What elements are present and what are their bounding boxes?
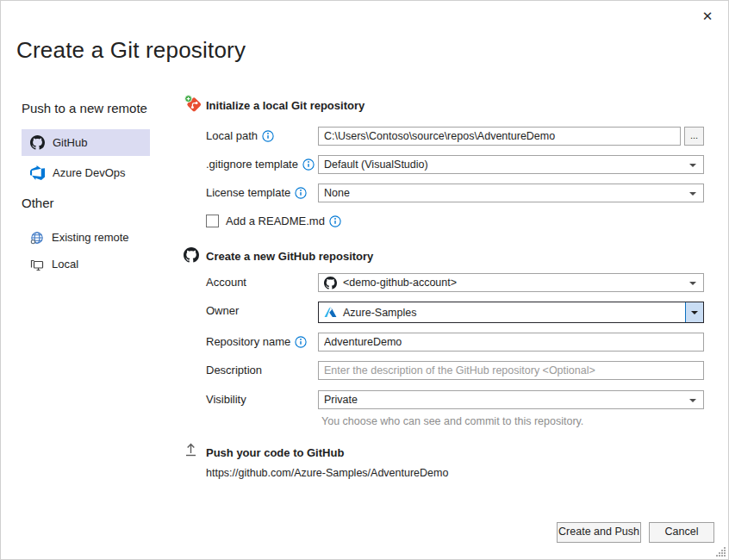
account-value: <demo-github-account> <box>343 277 457 289</box>
owner-dropdown[interactable]: Azure-Samples <box>318 302 704 323</box>
sidebar-item-label: Azure DevOps <box>53 166 126 179</box>
visibility-help-text: You choose who can see and commit to thi… <box>321 415 583 427</box>
account-dropdown[interactable]: <demo-github-account> <box>318 273 704 292</box>
owner-row: Owner Azure-Samples <box>206 302 704 323</box>
sidebar-item-label: Existing remote <box>52 231 129 244</box>
info-icon[interactable] <box>329 215 341 227</box>
repository-name-input[interactable] <box>318 333 704 352</box>
azure-devops-icon <box>30 165 45 180</box>
sidebar-item-label: GitHub <box>53 136 87 149</box>
owner-dropdown-button[interactable] <box>685 302 703 322</box>
git-init-icon <box>184 95 202 113</box>
sidebar-item-azure-devops[interactable]: Azure DevOps <box>22 160 150 185</box>
chevron-down-icon <box>689 192 696 196</box>
repository-name-label: Repository name <box>206 333 290 352</box>
create-and-push-button[interactable]: Create and Push <box>557 522 641 543</box>
sidebar-item-label: Local <box>52 258 78 271</box>
local-path-row: Local path ... <box>206 127 704 146</box>
push-upload-icon <box>184 442 198 457</box>
gitignore-template-dropdown[interactable]: Default (VisualStudio) <box>318 155 704 174</box>
sidebar-item-local[interactable]: Local <box>22 252 150 276</box>
visibility-row: Visibility Private <box>206 390 704 409</box>
account-row: Account <demo-github-account> <box>206 273 704 292</box>
globe-remote-icon <box>30 231 44 245</box>
repository-url: https://github.com/Azure-Samples/Adventu… <box>206 467 448 479</box>
cancel-button[interactable]: Cancel <box>649 522 714 543</box>
owner-value: Azure-Samples <box>343 307 416 319</box>
gitignore-template-value: Default (VisualStudio) <box>324 159 428 171</box>
info-icon[interactable] <box>262 130 274 142</box>
azure-icon <box>324 306 337 319</box>
section-heading-push: Push your code to GitHub <box>206 446 344 459</box>
local-path-input[interactable] <box>318 127 681 146</box>
github-icon <box>30 135 45 150</box>
sidebar-heading-push: Push to a new remote <box>22 101 147 115</box>
github-icon <box>184 247 199 263</box>
owner-label: Owner <box>206 302 239 320</box>
visibility-value: Private <box>324 394 358 406</box>
browse-button[interactable]: ... <box>684 127 704 146</box>
github-icon <box>324 277 337 289</box>
info-icon[interactable] <box>295 336 307 348</box>
section-heading-initialize: Initialize a local Git repository <box>206 99 364 112</box>
visibility-dropdown[interactable]: Private <box>318 390 704 409</box>
gitignore-label: .gitignore template <box>206 155 298 174</box>
page-title: Create a Git repository <box>16 37 246 64</box>
info-icon[interactable] <box>295 187 307 199</box>
description-label: Description <box>206 361 262 380</box>
chevron-down-icon <box>691 311 698 314</box>
sidebar-item-github[interactable]: GitHub <box>22 129 150 156</box>
sidebar-item-existing-remote[interactable]: Existing remote <box>22 226 150 249</box>
create-git-repository-dialog: ✕ Create a Git repository Push to a new … <box>0 0 729 560</box>
license-row: License template None <box>206 184 704 202</box>
license-template-value: None <box>324 187 350 199</box>
readme-checkbox[interactable] <box>206 215 219 227</box>
monitor-icon <box>30 258 44 271</box>
description-row: Description <box>206 361 704 380</box>
license-label: License template <box>206 184 290 202</box>
section-heading-github: Create a new GitHub repository <box>206 250 373 263</box>
readme-label: Add a README.md <box>226 212 325 231</box>
sidebar-heading-other: Other <box>22 196 54 210</box>
license-template-dropdown[interactable]: None <box>318 184 704 202</box>
info-icon[interactable] <box>302 159 315 171</box>
repository-name-row: Repository name <box>206 333 704 352</box>
close-icon[interactable]: ✕ <box>699 8 716 25</box>
account-label: Account <box>206 273 246 292</box>
chevron-down-icon <box>689 164 696 167</box>
description-input[interactable] <box>318 361 704 380</box>
visibility-label: Visibility <box>206 390 246 409</box>
resize-grip[interactable] <box>715 546 726 557</box>
chevron-down-icon <box>689 399 696 402</box>
readme-row: Add a README.md <box>206 212 704 231</box>
local-path-label: Local path <box>206 127 258 146</box>
chevron-down-icon <box>689 282 696 285</box>
gitignore-row: .gitignore template Default (VisualStudi… <box>206 155 704 174</box>
